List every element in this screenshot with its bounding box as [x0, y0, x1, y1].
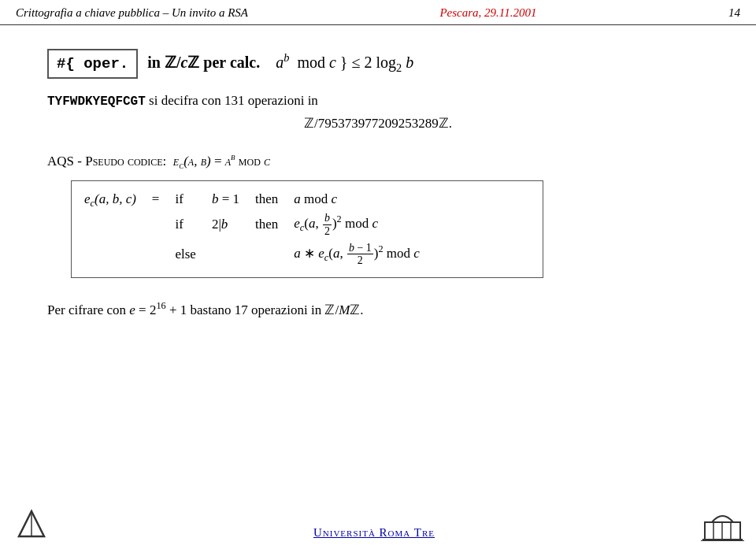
- cell-ec-abc: ec(a, b, c): [80, 189, 147, 210]
- aqs-title: AQS - Pseudo codice: ec(a, b) = ab mod c: [47, 154, 709, 169]
- left-logo: [16, 508, 47, 540]
- cell-empty2: [147, 210, 171, 239]
- z-line: ℤ/795373977209253289ℤ.: [47, 115, 709, 132]
- title-formula-text: in ℤ/cℤ per calc. ab mod c } ≤ 2 log2 b: [147, 50, 413, 75]
- cell-a-mod-c: a mod c: [289, 189, 431, 210]
- cell-then2: then: [250, 210, 289, 239]
- footer: Università Roma Tre: [0, 508, 756, 540]
- cell-if1: if: [170, 189, 206, 210]
- table-row: else a ∗ ec(a, b − 12)2 mod c: [80, 239, 431, 269]
- cell-empty1: [80, 210, 147, 239]
- cell-ec-b-over-2: ec(a, b2)2 mod c: [289, 210, 431, 239]
- table-row: if 2|b then ec(a, b2)2 mod c: [80, 210, 431, 239]
- tyfwd-text: si decifra con 131 operazioni in: [149, 93, 318, 108]
- header-page: 14: [728, 6, 740, 20]
- cell-a-star-ec: a ∗ ec(a, b − 12)2 mod c: [289, 239, 431, 269]
- university-name: Università Roma Tre: [47, 526, 701, 540]
- cell-empty4: [147, 239, 171, 269]
- right-logo: [701, 508, 740, 540]
- cell-empty6: [250, 239, 289, 269]
- code-table: ec(a, b, c) = if b = 1 then a mod c if 2…: [80, 189, 431, 269]
- title-formula-line: #{ oper. in ℤ/cℤ per calc. ab mod c } ≤ …: [47, 49, 709, 79]
- cell-b-eq-1: b = 1: [207, 189, 250, 210]
- per-line: Per cifrare con e = 216 + 1 bastano 17 o…: [47, 302, 709, 318]
- table-row: ec(a, b, c) = if b = 1 then a mod c: [80, 189, 431, 210]
- cell-equals: =: [147, 189, 171, 210]
- cell-else: else: [170, 239, 206, 269]
- cell-then1: then: [250, 189, 289, 210]
- aqs-section: AQS - Pseudo codice: ec(a, b) = ab mod c…: [47, 154, 709, 317]
- header-date: Pescara, 29.11.2001: [439, 6, 536, 20]
- cell-empty3: [80, 239, 147, 269]
- code-block: ec(a, b, c) = if b = 1 then a mod c if 2…: [71, 180, 543, 277]
- main-content: #{ oper. in ℤ/cℤ per calc. ab mod c } ≤ …: [0, 25, 756, 348]
- cell-2-divides-b: 2|b: [207, 210, 250, 239]
- hash-oper-box: #{ oper.: [47, 49, 138, 79]
- tyfwd-code: TYFWDKYEQFCGT: [47, 95, 146, 109]
- page-header: Crittografia a chiave pubblica – Un invi…: [0, 0, 756, 25]
- header-title: Crittografia a chiave pubblica – Un invi…: [16, 6, 248, 20]
- cell-empty5: [207, 239, 250, 269]
- cell-if2: if: [170, 210, 206, 239]
- tyfwd-line: TYFWDKYEQFCGT si decifra con 131 operazi…: [47, 93, 709, 109]
